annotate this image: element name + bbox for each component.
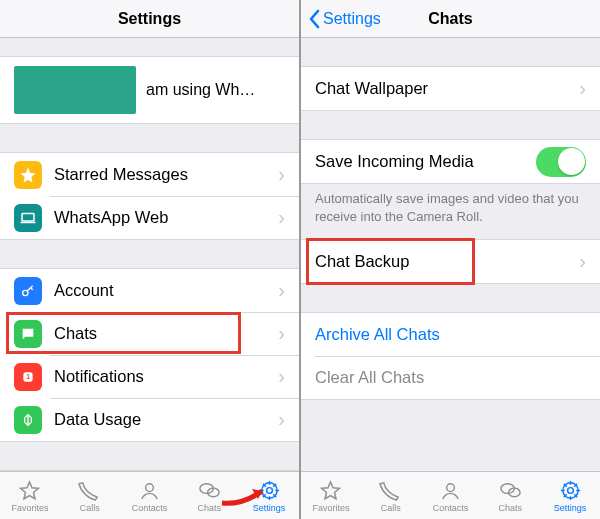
svg-point-24 — [567, 487, 573, 493]
tab-favorites[interactable]: Favorites — [0, 472, 60, 519]
svg-point-7 — [146, 483, 154, 491]
starred-messages[interactable]: Starred Messages › — [0, 153, 299, 196]
profile-status: am using Wh… — [146, 81, 285, 99]
chevron-right-icon: › — [272, 365, 285, 388]
chevron-right-icon: › — [272, 408, 285, 431]
chat-backup-cell[interactable]: Chat Backup › — [301, 240, 600, 283]
chevron-right-icon: › — [272, 322, 285, 345]
chevron-right-icon: › — [272, 206, 285, 229]
starred-label: Starred Messages — [54, 165, 272, 184]
about-group: i About and Help › — [0, 470, 299, 471]
back-button[interactable]: Settings — [301, 9, 381, 29]
profile-cell[interactable]: am using Wh… — [0, 57, 299, 123]
chats-settings-screen: Settings Chats Chat Wallpaper › Save Inc… — [300, 0, 600, 519]
tab-settings-label: Settings — [554, 503, 587, 513]
tab-bar: Favorites Calls Contacts Chats Settings — [301, 471, 600, 519]
chevron-right-icon: › — [272, 163, 285, 186]
svg-point-2 — [23, 290, 28, 295]
tab-settings-label: Settings — [253, 503, 286, 513]
svg-rect-1 — [21, 221, 36, 223]
media-group: Save Incoming Media — [301, 139, 600, 184]
whatsapp-web[interactable]: WhatsApp Web › — [0, 196, 299, 239]
svg-rect-0 — [22, 213, 34, 221]
tab-chats-label: Chats — [198, 503, 222, 513]
chats-cell[interactable]: Chats › — [0, 312, 299, 355]
settings-screen: Settings am using Wh… Starred Messages › — [0, 0, 300, 519]
clear-label: Clear All Chats — [315, 368, 586, 387]
backup-label: Chat Backup — [315, 252, 573, 271]
tab-calls[interactable]: Calls — [60, 472, 120, 519]
web-label: WhatsApp Web — [54, 208, 272, 227]
nav-bar: Settings Chats — [301, 0, 600, 38]
data-icon — [14, 406, 42, 434]
save-media-note: Automatically save images and video that… — [301, 184, 600, 225]
save-media-cell[interactable]: Save Incoming Media — [301, 140, 600, 183]
tab-contacts-label: Contacts — [132, 503, 168, 513]
chevron-right-icon: › — [573, 250, 586, 273]
settings-content: am using Wh… Starred Messages › WhatsApp — [0, 38, 299, 471]
profile-group: am using Wh… — [0, 56, 299, 124]
tab-favorites-label: Favorites — [312, 503, 349, 513]
tab-bar: Favorites Calls Contacts Chats Settings — [0, 471, 299, 519]
tab-chats[interactable]: Chats — [179, 472, 239, 519]
starred-group: Starred Messages › WhatsApp Web › — [0, 152, 299, 240]
tab-favorites[interactable]: Favorites — [301, 472, 361, 519]
chevron-right-icon: › — [573, 77, 586, 100]
chats-label: Chats — [54, 324, 272, 343]
account-cell[interactable]: Account › — [0, 269, 299, 312]
notifications-cell[interactable]: 1 Notifications › — [0, 355, 299, 398]
account-label: Account — [54, 281, 272, 300]
nav-bar: Settings — [0, 0, 299, 38]
svg-text:1: 1 — [26, 373, 30, 380]
chat-wallpaper-cell[interactable]: Chat Wallpaper › — [301, 67, 600, 110]
tab-favorites-label: Favorites — [11, 503, 48, 513]
star-icon — [14, 161, 42, 189]
laptop-icon — [14, 204, 42, 232]
tab-calls[interactable]: Calls — [361, 472, 421, 519]
svg-point-20 — [447, 483, 455, 491]
wallpaper-group: Chat Wallpaper › — [301, 66, 600, 111]
tab-chats[interactable]: Chats — [480, 472, 540, 519]
avatar — [14, 66, 136, 114]
notification-icon: 1 — [14, 363, 42, 391]
tab-contacts[interactable]: Contacts — [421, 472, 481, 519]
main-settings-group: Account › Chats › 1 Notifications › — [0, 268, 299, 442]
backup-group: Chat Backup › — [301, 239, 600, 284]
wallpaper-label: Chat Wallpaper — [315, 79, 573, 98]
data-label: Data Usage — [54, 410, 272, 429]
page-title: Settings — [0, 10, 299, 28]
chat-icon — [14, 320, 42, 348]
archive-label: Archive All Chats — [315, 325, 586, 344]
key-icon — [14, 277, 42, 305]
svg-point-11 — [266, 487, 272, 493]
tab-calls-label: Calls — [80, 503, 100, 513]
save-media-label: Save Incoming Media — [315, 152, 536, 171]
save-media-toggle[interactable] — [536, 147, 586, 177]
archive-all-cell[interactable]: Archive All Chats — [301, 313, 600, 356]
chevron-right-icon: › — [272, 279, 285, 302]
tab-chats-label: Chats — [499, 503, 523, 513]
archive-group: Archive All Chats Clear All Chats — [301, 312, 600, 400]
data-usage-cell[interactable]: Data Usage › — [0, 398, 299, 441]
tab-contacts-label: Contacts — [433, 503, 469, 513]
notifications-label: Notifications — [54, 367, 272, 386]
tab-contacts[interactable]: Contacts — [120, 472, 180, 519]
back-label: Settings — [323, 10, 381, 28]
clear-all-cell[interactable]: Clear All Chats — [301, 356, 600, 399]
tab-calls-label: Calls — [381, 503, 401, 513]
chats-content: Chat Wallpaper › Save Incoming Media Aut… — [301, 38, 600, 471]
tab-settings[interactable]: Settings — [239, 472, 299, 519]
tab-settings[interactable]: Settings — [540, 472, 600, 519]
